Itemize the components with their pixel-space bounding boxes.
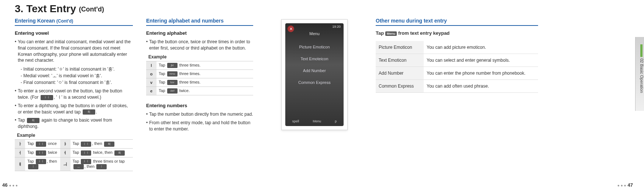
phone-softkeys: spell Menu p [285,119,344,123]
keypad-button-icon: ㅏㅓ [81,142,91,147]
phone-menu-item: Common Express [285,77,344,88]
phone-screen: ✕ 19:20 Menu Picture Emoticon Text Emote… [285,23,344,126]
dots-icon: ● ● ● [617,183,626,187]
keypad-button-icon: tuv [167,80,178,85]
title-cont: (Cont'd) [79,6,104,13]
menu-item-desc: You can enter the phone number from phon… [424,67,538,80]
example-desc: Tap mno three times. [156,69,253,78]
keypad-button-icon: ㅏㅓ [36,150,46,156]
dots-icon: ● ● ● [9,183,18,187]
menu-item-desc: You can add often used phrase. [424,80,538,93]
keypad-button-icon: ㅣ [96,164,107,169]
example-char: ㅐ [15,157,25,171]
example-char: ㅕ [60,148,70,157]
example-char: e [146,86,156,95]
subheading-entering-alphabet: Entering alphabet [146,30,253,36]
section-heading-other-menu: Other menu during text entry [376,18,538,26]
title-main: 3. Text Entry [15,3,76,14]
section-heading-alphabet: Entering alphabet and numbers [146,18,253,26]
keypad-button-icon: def [167,88,178,94]
column-entering-korean: Entering Korean (Cont'd) Entering vowel … [15,18,133,171]
menu-item-name: Add Number [376,67,424,80]
example-char: v [146,78,156,86]
keypad-button-icon: ㅣ [28,164,38,169]
phone-status-time: 19:20 [332,25,341,28]
example-desc: Tap tuv three times. [156,78,253,86]
menu-item-name: Picture Emoticon [376,41,424,54]
subheading-entering-numbers: Entering numbers [146,103,253,108]
keypad-button-icon: ㅡ [73,164,84,169]
column-phone-illustration: ✕ 19:20 Menu Picture Emoticon Text Emote… [266,18,362,171]
example-desc: Tap ㅏㅓ once [25,139,60,148]
keypad-button-icon: ㅏㅓ [81,159,91,164]
bullet-text: To enter a diphthong, tap the buttons in… [18,103,133,115]
bullet-text: Tap the number button directly from the … [149,111,253,118]
example-desc: Tap ㅏㅓ twice [25,148,60,157]
menu-description-table: Picture Emoticon You can add picture emo… [376,41,538,93]
example-desc: Tap ㅏㅓ, then 획 [70,139,133,148]
bullet-text: You can enter and initial consonant, med… [18,39,133,64]
bullet-text: Tap 획 again to change to basic vowel fro… [18,117,133,130]
phone-menu-item: Text Emoteicon [285,53,344,65]
example-char: ㅑ [60,139,70,148]
page-number-left: 46● ● ● [2,182,19,188]
example-char: ㅓ [15,148,25,157]
menu-item-name: Text Emoticon [376,54,424,67]
indent-medial: - Medial vowel: 'ㅗ' is medial vowel in '… [21,72,133,79]
example-table-korean: ㅏ Tap ㅏㅓ once ㅑ Tap ㅏㅓ, then 획 ㅓ Tap ㅏㅓ … [15,139,133,171]
phone-menu-item: Picture Emoticon [285,41,344,53]
section-cont: (Cont'd) [56,18,73,24]
subheading-entering-vowel: Entering vowel [15,30,133,36]
keypad-button-icon: ㅏㅓ [41,95,53,100]
keypad-button-icon: 획 [27,118,39,123]
menu-button-icon: Menu [385,31,397,36]
keypad-button-icon: ㅏㅓ [81,150,91,156]
example-char: ㅢ [60,157,70,171]
keypad-button-icon: ㅏㅓ [36,142,46,147]
indent-initial: - Initial consonant: 'ㅎ' is initial cons… [21,66,133,72]
side-tab-chapter: 02 Basic Operation [635,37,644,111]
tap-menu-instruction: Tap Menu from text entry keypad [376,30,538,36]
column-entering-alphabet: Entering alphabet and numbers Entering a… [146,18,253,171]
example-label: Example [17,133,133,138]
section-heading-korean: Entering Korean (Cont'd) [15,18,133,26]
phone-menu-item: Add Number [285,65,344,77]
keypad-button-icon: 획 [114,150,125,156]
bullet-text: From other text entry mode, tap and hold… [149,120,253,132]
example-desc: Tap jkl three times. [156,61,253,69]
example-desc: Tap ㅏㅓ three times or tap ㅡ, then ㅣ [70,157,133,171]
keypad-button-icon: ㅏㅓ [36,159,46,164]
example-char: l [146,61,156,69]
menu-item-desc: You can add picture emoticon. [424,41,538,54]
section-title: Entering Korean [15,18,55,24]
column-other-menu: Other menu during text entry Tap Menu fr… [376,18,538,171]
menu-item-desc: You can select and enter general symbols… [424,54,538,67]
page-title: 3. Text Entry (Cont'd) [0,0,644,16]
example-desc: Tap ㅏㅓ twice, then 획 [70,148,133,157]
bullet-text: To enter a second vowel on the button, t… [18,88,133,101]
page-number-right: ● ● ●47 [616,182,633,188]
menu-item-name: Common Express [376,80,424,93]
phone-menu-title: Menu [285,31,344,36]
example-table-alphabet: l Tap jkl three times. o Tap mno three t… [146,61,253,95]
example-desc: Tap ㅏㅓ, then ㅣ [25,157,60,171]
example-label: Example [148,54,253,60]
example-char: ㅏ [15,139,25,148]
bullet-text: Tap the button once, twice or three time… [149,39,253,51]
side-accent [640,44,643,57]
keypad-button-icon: mno [167,71,178,77]
keypad-button-icon: 획 [83,109,95,115]
example-char: o [146,69,156,78]
keypad-button-icon: 획 [104,142,114,147]
phone-frame: ✕ 19:20 Menu Picture Emoticon Text Emote… [281,19,348,130]
keypad-button-icon: jkl [167,63,178,68]
indent-final: - Final consonant: 'ㅇ' is final consonan… [21,79,133,86]
example-desc: Tap def twice. [156,86,253,95]
